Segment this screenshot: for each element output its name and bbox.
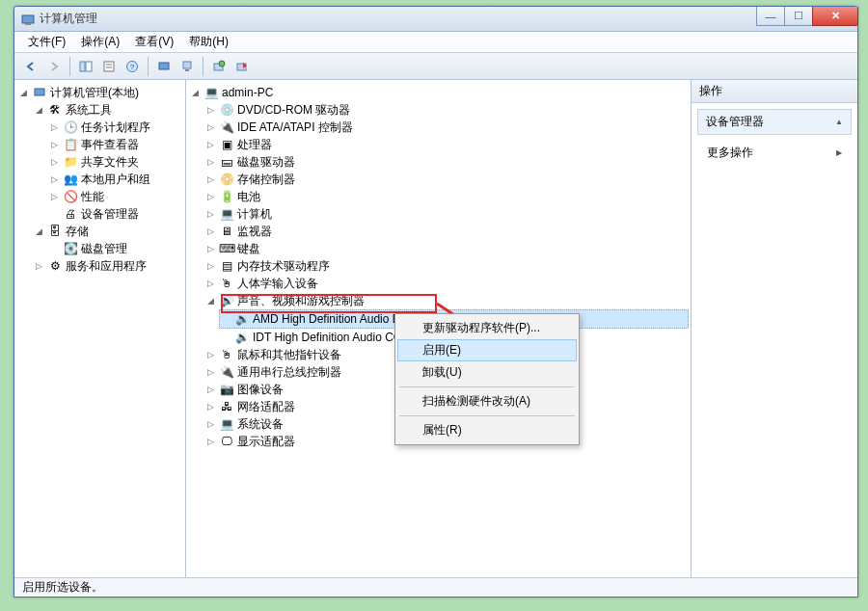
svg-text:?: ? [130,63,135,71]
expander-icon[interactable]: ▷ [49,174,60,185]
tree-label: 存储 [66,223,89,240]
users-icon: 👥 [63,172,78,187]
expander-icon[interactable]: ▷ [205,209,216,220]
expander-icon[interactable]: ▷ [205,244,216,254]
toolbar-device-icon[interactable] [153,56,175,77]
maximize-button[interactable]: ☐ [784,7,813,26]
audio-device-icon: 🔉 [234,311,250,327]
menu-view[interactable]: 查看(V) [129,32,179,52]
tree-label: 任务计划程序 [81,119,150,136]
expander-icon[interactable]: ◢ [18,88,29,98]
dev-disk-drives[interactable]: ▷🖴磁盘驱动器 [203,153,689,171]
tree-system-tools[interactable]: ◢ 🛠 系统工具 [32,101,183,119]
expander-icon[interactable]: ▷ [205,437,216,447]
expander-icon[interactable]: ◢ [190,88,201,98]
expander-icon[interactable]: ▷ [49,192,60,202]
collapse-icon: ▲ [835,118,843,126]
expander-icon[interactable]: ▷ [205,226,216,237]
expander-icon[interactable]: ▷ [205,192,216,202]
dev-computer[interactable]: ▷💻计算机 [203,205,689,223]
ctx-uninstall[interactable]: 卸载(U) [397,361,577,384]
mouse-icon: 🖱 [219,347,234,362]
expander-icon[interactable]: ▷ [205,261,216,272]
dev-memtech[interactable]: ▷▤内存技术驱动程序 [203,257,689,275]
expander-icon[interactable]: ▷ [34,261,44,272]
ide-icon: 🔌 [219,120,234,135]
dev-sound-video-game[interactable]: ◢🔊声音、视频和游戏控制器 [203,292,689,309]
tree-root-computer-mgmt[interactable]: ◢ 计算机管理(本地) [16,84,183,101]
actions-group-device-manager[interactable]: 设备管理器 ▲ [697,109,852,135]
expander-icon[interactable]: ▷ [205,385,216,395]
actions-more[interactable]: 更多操作 ▶ [692,141,857,165]
expander-icon[interactable]: ▷ [49,140,60,150]
expander-icon[interactable]: ▷ [205,157,216,168]
tree-label: 设备管理器 [81,205,139,223]
left-tree-pane[interactable]: ◢ 计算机管理(本地) ◢ 🛠 系统工具 ▷🕒任务计划程序 [14,80,186,577]
tree-event-viewer[interactable]: ▷📋事件查看器 [47,136,183,153]
expander-icon[interactable]: ▷ [49,157,60,168]
ctx-update-driver[interactable]: 更新驱动程序软件(P)... [397,317,577,339]
sound-icon: 🔊 [219,293,234,308]
close-button[interactable]: ✕ [812,7,858,26]
menu-file[interactable]: 文件(F) [22,32,71,52]
expander-icon[interactable]: ▷ [205,122,216,133]
dev-dvd[interactable]: ▷💿DVD/CD-ROM 驱动器 [203,101,689,119]
ctx-separator [399,415,575,416]
folder-icon: 📁 [63,154,78,170]
expander-icon[interactable]: ◢ [205,296,216,306]
dev-monitor[interactable]: ▷🖥监视器 [203,223,689,240]
tree-disk-mgmt[interactable]: ▷💽磁盘管理 [47,240,183,257]
expander-icon[interactable]: ▷ [205,350,216,360]
hid-icon: 🖱 [219,276,234,291]
expander-icon[interactable]: ▷ [205,367,216,378]
expander-icon[interactable]: ◢ [34,226,44,237]
tree-label: 人体学输入设备 [237,275,318,292]
dev-cpu[interactable]: ▷▣处理器 [203,136,689,153]
svg-rect-1 [25,23,31,25]
dev-battery[interactable]: ▷🔋电池 [203,188,689,205]
dev-keyboard[interactable]: ▷⌨键盘 [203,240,689,257]
back-button[interactable] [20,56,41,77]
dev-hid[interactable]: ▷🖱人体学输入设备 [203,275,689,292]
tree-label: 性能 [81,188,104,205]
battery-icon: 🔋 [219,189,234,204]
enable-toolbar-button[interactable] [231,56,253,77]
dev-storage-ctrl[interactable]: ▷📀存储控制器 [203,171,689,188]
monitor-icon: 🖥 [219,224,234,239]
tree-label: 服务和应用程序 [66,257,147,275]
help-toolbar-button[interactable]: ? [122,56,143,77]
expander-icon[interactable]: ▷ [205,174,216,185]
expander-icon[interactable]: ◢ [34,105,44,116]
tree-services-apps[interactable]: ▷⚙服务和应用程序 [32,257,183,275]
tree-device-manager[interactable]: ▷🖨设备管理器 [47,205,183,223]
menu-action[interactable]: 操作(A) [75,32,125,52]
expander-icon[interactable]: ▷ [49,122,60,133]
expander-icon[interactable]: ▷ [205,402,216,412]
properties-toolbar-button[interactable] [98,56,120,77]
device-root[interactable]: ◢ 💻 admin-PC [188,84,689,101]
tree-task-scheduler[interactable]: ▷🕒任务计划程序 [47,119,183,136]
tree-label: 电池 [237,188,260,205]
scan-hardware-button[interactable] [208,56,230,77]
tree-performance[interactable]: ▷🚫性能 [47,188,183,205]
show-hide-tree-button[interactable] [75,56,96,77]
expander-icon[interactable]: ▷ [205,140,216,150]
ctx-scan-hardware[interactable]: 扫描检测硬件改动(A) [397,390,577,412]
device-tree-pane[interactable]: ◢ 💻 admin-PC ▷💿DVD/CD-ROM 驱动器 ▷🔌IDE ATA/… [186,80,692,577]
device-mgr-icon: 🖨 [63,206,78,222]
forward-button[interactable] [43,56,65,77]
tree-label: 磁盘管理 [81,240,127,257]
tree-local-users[interactable]: ▷👥本地用户和组 [47,171,183,188]
tree-storage[interactable]: ◢ 🗄 存储 [32,223,183,240]
ctx-properties[interactable]: 属性(R) [397,419,577,441]
expander-icon[interactable]: ▷ [205,279,216,289]
tree-shared-folders[interactable]: ▷📁共享文件夹 [47,153,183,171]
minimize-button[interactable]: — [756,7,785,26]
statusbar: 启用所选设备。 [14,577,857,597]
toolbar-pc-icon[interactable] [176,56,198,77]
menu-help[interactable]: 帮助(H) [183,32,234,52]
expander-icon[interactable]: ▷ [205,105,216,116]
expander-icon[interactable]: ▷ [205,419,216,430]
ctx-enable[interactable]: 启用(E) [397,339,577,361]
dev-ide[interactable]: ▷🔌IDE ATA/ATAPI 控制器 [203,119,689,136]
